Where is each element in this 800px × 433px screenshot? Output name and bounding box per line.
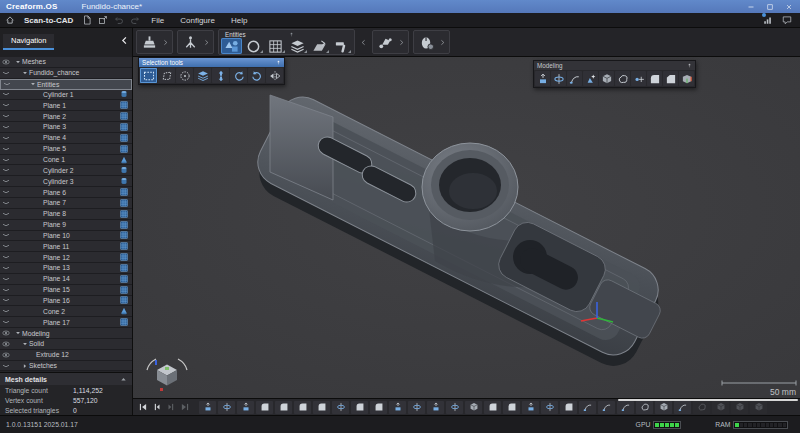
pin-icon[interactable]: [687, 63, 692, 68]
history-step-fillet[interactable]: [484, 401, 501, 414]
rotate-selection-right-tool[interactable]: [248, 68, 265, 83]
eye-closed-icon[interactable]: [2, 90, 13, 98]
export-cad-tool[interactable]: [416, 32, 437, 52]
skip-to-end-button[interactable]: [178, 401, 192, 414]
tree-row-plane-12[interactable]: Plane 12: [0, 252, 132, 263]
history-step-extrude[interactable]: [389, 401, 406, 414]
rectangle-selection-tool[interactable]: [140, 68, 157, 83]
close-button[interactable]: [784, 2, 794, 12]
slice-entity-tool[interactable]: [287, 38, 308, 54]
history-step-fillet[interactable]: [503, 401, 520, 414]
history-step-revolve[interactable]: [332, 401, 349, 414]
history-step-extrude[interactable]: [427, 401, 444, 414]
minimize-button[interactable]: [746, 2, 756, 12]
palette-title-bar[interactable]: Selection tools: [139, 58, 284, 67]
edit-entity-tool[interactable]: [331, 38, 352, 54]
grow-shrink-selection-tool[interactable]: [212, 68, 229, 83]
eye-closed-icon[interactable]: [2, 199, 13, 207]
caret-down-icon[interactable]: [30, 81, 37, 87]
module-button[interactable]: Scan-to-CAD: [24, 16, 73, 25]
eye-open-icon[interactable]: [2, 329, 13, 337]
history-step-solid[interactable]: [712, 401, 729, 414]
eye-closed-icon[interactable]: [2, 156, 13, 164]
tree-row-plane-13[interactable]: Plane 13: [0, 263, 132, 274]
group-expand-button[interactable]: [398, 39, 405, 46]
history-step-revolve[interactable]: [446, 401, 463, 414]
eye-closed-icon[interactable]: [2, 231, 13, 239]
eye-closed-icon[interactable]: [2, 177, 13, 185]
surface-entity-tool[interactable]: [309, 38, 330, 54]
fillet-tool[interactable]: [647, 71, 662, 86]
history-step-fillet[interactable]: [370, 401, 387, 414]
revolve-tool[interactable]: [551, 71, 566, 86]
eye-closed-icon[interactable]: [2, 307, 13, 315]
feedback-icon[interactable]: [782, 15, 792, 25]
tree-row-plane-9[interactable]: Plane 9: [0, 220, 132, 231]
pin-icon[interactable]: [276, 60, 281, 65]
menu-file-button[interactable]: File: [151, 16, 164, 25]
history-step-solid[interactable]: [750, 401, 767, 414]
eye-closed-icon[interactable]: [2, 112, 13, 120]
eye-open-icon[interactable]: [2, 58, 13, 66]
new-document-icon[interactable]: [82, 15, 92, 25]
eye-closed-icon[interactable]: [2, 362, 13, 370]
caret-right-icon[interactable]: [22, 363, 29, 369]
tree-row-cone-2[interactable]: Cone 2: [0, 306, 132, 317]
palette-title-bar[interactable]: Modeling: [534, 61, 695, 70]
caret-down-icon[interactable]: [15, 330, 22, 336]
sweep-tool[interactable]: [567, 71, 582, 86]
mesh-cleanup-tool[interactable]: [139, 32, 160, 52]
history-step-solid[interactable]: [465, 401, 482, 414]
tree-row-plane-15[interactable]: Plane 15: [0, 285, 132, 296]
tree-row-sketches[interactable]: Sketches: [0, 361, 132, 372]
group-collapse-button[interactable]: [360, 39, 367, 46]
auto-surface-tool[interactable]: [583, 71, 598, 86]
import-export-icon[interactable]: [98, 15, 108, 25]
extract-entities-tool[interactable]: [221, 38, 242, 54]
tree-row-plane-6[interactable]: Plane 6: [0, 187, 132, 198]
eye-closed-icon[interactable]: [2, 69, 13, 77]
eye-closed-icon[interactable]: [2, 166, 13, 174]
tree-row-cylinder-2[interactable]: Cylinder 2: [0, 165, 132, 176]
step-forward-button[interactable]: [164, 401, 178, 414]
tree-row-plane-1[interactable]: Plane 1: [0, 100, 132, 111]
eye-closed-icon[interactable]: [2, 242, 13, 250]
eye-closed-icon[interactable]: [2, 253, 13, 261]
collapse-mesh-details-button[interactable]: [120, 376, 127, 383]
tree-row-cylinder-1[interactable]: Cylinder 1: [0, 90, 132, 101]
group-expand-button[interactable]: [162, 39, 169, 46]
tree-row-plane-4[interactable]: Plane 4: [0, 133, 132, 144]
scan-to-cad-tool[interactable]: [375, 32, 396, 52]
history-step-sweep[interactable]: [579, 401, 596, 414]
maximize-button[interactable]: [765, 2, 775, 12]
brush-selection-tool[interactable]: [176, 68, 193, 83]
eye-open-icon[interactable]: [2, 351, 13, 359]
invert-selection-tool[interactable]: [266, 68, 283, 83]
panel-collapse-button[interactable]: [120, 36, 129, 45]
menu-configure-button[interactable]: Configure: [180, 16, 215, 25]
eye-closed-icon[interactable]: [2, 318, 13, 326]
history-step-revolve[interactable]: [218, 401, 235, 414]
eye-closed-icon[interactable]: [2, 134, 13, 142]
eye-closed-icon[interactable]: [2, 264, 13, 272]
extrude-tool[interactable]: [535, 71, 550, 86]
history-step-solid[interactable]: [731, 401, 748, 414]
history-step-extrude[interactable]: [522, 401, 539, 414]
viewport-3d[interactable]: 50 mm Selection tools Modeling: [133, 57, 800, 398]
undo-icon[interactable]: [114, 15, 124, 25]
tree-row-plane-8[interactable]: Plane 8: [0, 209, 132, 220]
tree-row-plane-2[interactable]: Plane 2: [0, 111, 132, 122]
history-step-revolve[interactable]: [408, 401, 425, 414]
connection-status-icon[interactable]: [763, 15, 773, 25]
plane-entity-tool[interactable]: [265, 38, 286, 54]
solid-tool[interactable]: [599, 71, 614, 86]
title-bar[interactable]: Creaform.OS Fundido-chance*: [0, 0, 800, 13]
eye-closed-icon[interactable]: [2, 221, 13, 229]
datum-tool[interactable]: [631, 71, 646, 86]
tree-row-plane-7[interactable]: Plane 7: [0, 198, 132, 209]
pin-icon[interactable]: [287, 32, 351, 37]
history-step-fillet[interactable]: [351, 401, 368, 414]
history-step-fillet[interactable]: [275, 401, 292, 414]
eye-closed-icon[interactable]: [2, 296, 13, 304]
history-step-fillet[interactable]: [313, 401, 330, 414]
